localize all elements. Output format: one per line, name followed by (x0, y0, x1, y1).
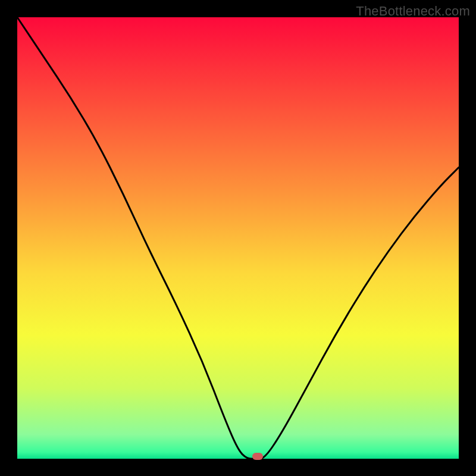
bottleneck-curve (17, 17, 459, 459)
attribution-label: TheBottleneck.com (356, 4, 470, 19)
minimum-marker (252, 453, 263, 460)
plot-area (17, 17, 459, 459)
chart-container: TheBottleneck.com (0, 0, 476, 476)
